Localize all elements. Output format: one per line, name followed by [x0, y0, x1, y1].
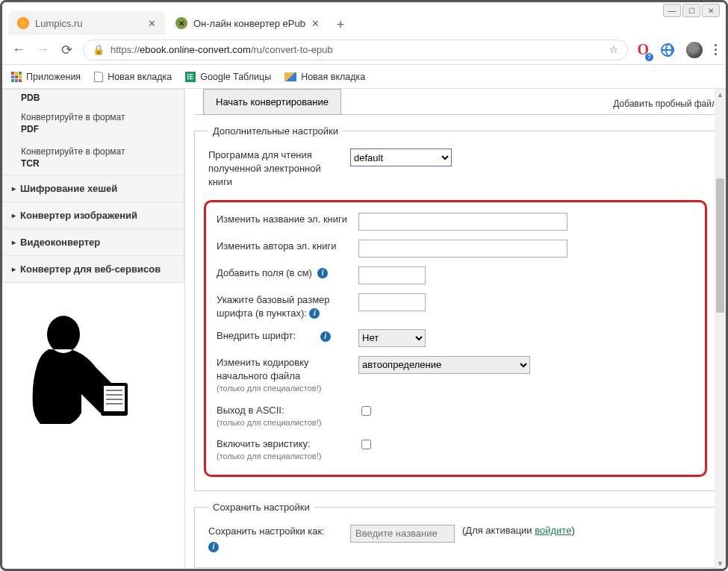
font-size-input[interactable]: [358, 293, 426, 311]
tab-lumpics[interactable]: Lumpics.ru ✕: [8, 11, 165, 35]
action-bar: Начать конвертирование Добавить пробный …: [194, 89, 717, 115]
back-button[interactable]: ←: [11, 42, 26, 57]
title-input[interactable]: [358, 213, 567, 231]
svg-rect-1: [104, 386, 125, 411]
profile-avatar[interactable]: [686, 42, 703, 58]
forward-button[interactable]: →: [35, 42, 50, 57]
encoding-label: Изменить кодировку начального файла (тол…: [217, 356, 351, 395]
url: https://ebook.online-convert.com/ru/conv…: [111, 44, 333, 55]
tab-title: Он-лайн конвертер ePub: [193, 18, 305, 29]
bookmark-item[interactable]: Новая вкладка: [284, 72, 365, 82]
scrollbar-thumb[interactable]: [716, 178, 724, 313]
minimize-button[interactable]: —: [663, 4, 681, 17]
author-label: Изменить автора эл. книги: [217, 240, 351, 253]
browser-window: — ☐ ✕ Lumpics.ru ✕ ✕ Он-лайн конвертер e…: [0, 0, 728, 571]
apps-button[interactable]: Приложения: [11, 72, 81, 82]
row-embed-font: Внедрить шрифт: i Нет: [217, 325, 694, 352]
bookmark-item[interactable]: Новая вкладка: [94, 72, 172, 82]
scroll-down-icon[interactable]: ▼: [715, 558, 726, 569]
tab-strip: Lumpics.ru ✕ ✕ Он-лайн конвертер ePub ✕ …: [2, 2, 726, 35]
heuristic-label: Включить эвристику: (только для специали…: [217, 437, 351, 463]
ascii-label: Выход в ASCII: (только для специалистов!…: [217, 404, 351, 429]
apps-grid-icon: [11, 72, 22, 82]
image-icon: [284, 72, 296, 81]
highlighted-settings: Изменить название эл. книги Изменить авт…: [204, 200, 707, 477]
row-ascii: Выход в ASCII: (только для специалистов!…: [217, 399, 694, 434]
sidebar-item-pdf[interactable]: Конвертируйте в форматPDF: [3, 106, 184, 140]
activation-hint: (Для активации войдите): [462, 525, 575, 536]
encoding-select[interactable]: автоопределение: [358, 356, 530, 374]
heuristic-checkbox[interactable]: [361, 440, 371, 449]
save-name-input[interactable]: [350, 525, 455, 543]
info-icon[interactable]: i: [208, 542, 219, 552]
sidebar-item[interactable]: PDB: [3, 90, 184, 106]
converter-favicon-icon: ✕: [175, 17, 187, 29]
ascii-checkbox[interactable]: [361, 406, 371, 416]
reader-label: Программа для чтения полученной электрон…: [208, 149, 343, 190]
info-icon[interactable]: i: [317, 268, 328, 278]
info-icon[interactable]: i: [320, 331, 331, 342]
main-panel: ▲ ▼ Начать конвертирование Добавить проб…: [185, 89, 726, 569]
toolbar: ← → ⟳ 🔒 https://ebook.online-convert.com…: [2, 35, 726, 65]
bookmarks-bar: Приложения Новая вкладка Google Таблицы …: [2, 65, 726, 89]
reader-select[interactable]: default: [350, 149, 452, 166]
opera-extension-icon[interactable]: O: [637, 41, 649, 58]
row-font-size: Укажите базовый размер шрифта (в пунктах…: [217, 289, 694, 325]
reader-silhouette-image: [11, 301, 138, 428]
star-icon[interactable]: ☆: [609, 44, 618, 55]
page-content: PDB Конвертируйте в форматPDF Конвертиру…: [2, 89, 726, 569]
embed-font-select[interactable]: Нет: [358, 329, 426, 347]
scroll-up-icon[interactable]: ▲: [715, 89, 726, 100]
fieldset-legend: Сохранить настройки: [208, 502, 314, 513]
author-input[interactable]: [358, 240, 567, 258]
close-tab-icon[interactable]: ✕: [148, 18, 156, 29]
bookmark-item[interactable]: Google Таблицы: [185, 72, 271, 82]
font-label: Укажите базовый размер шрифта (в пунктах…: [217, 293, 351, 320]
address-bar[interactable]: 🔒 https://ebook.online-convert.com/ru/co…: [83, 40, 628, 60]
add-trial-file-link[interactable]: Добавить пробный файл: [613, 99, 717, 109]
row-author: Изменить автора эл. книги: [217, 235, 694, 262]
close-window-button[interactable]: ✕: [702, 4, 720, 17]
row-save: Сохранить настройки как: i (Для активаци…: [208, 520, 703, 557]
additional-settings-fieldset: Дополнительные настройки Программа для ч…: [194, 125, 717, 491]
tab-title: Lumpics.ru: [35, 18, 83, 29]
page-icon: [94, 72, 103, 82]
embed-label: Внедрить шрифт: i: [217, 329, 351, 343]
sidebar-expand-web[interactable]: Конвертер для веб-сервисов: [3, 255, 184, 282]
info-icon[interactable]: i: [309, 308, 320, 319]
row-margin: Добавить поля (в см) i: [217, 262, 694, 289]
lumpics-favicon-icon: [17, 17, 29, 29]
row-encoding: Изменить кодировку начального файла (тол…: [217, 352, 694, 399]
menu-button[interactable]: [715, 44, 717, 55]
reload-button[interactable]: ⟳: [59, 42, 74, 58]
sidebar-expand-image[interactable]: Конвертер изображений: [3, 202, 184, 228]
row-title: Изменить название эл. книги: [217, 208, 694, 235]
row-heuristic: Включить эвристику: (только для специали…: [217, 433, 694, 467]
sidebar-item-tcr[interactable]: Конвертируйте в форматTCR: [3, 140, 184, 175]
sidebar: PDB Конвертируйте в форматPDF Конвертиру…: [2, 89, 185, 569]
toolbar-right: O: [637, 41, 717, 58]
sidebar-expand-video[interactable]: Видеоконвертер: [3, 228, 184, 255]
lock-icon: 🔒: [93, 44, 105, 55]
new-tab-button[interactable]: +: [330, 14, 351, 35]
margin-input[interactable]: [358, 266, 426, 284]
maximize-button[interactable]: ☐: [682, 4, 700, 17]
sidebar-expand-hash[interactable]: Шифрование хешей: [3, 175, 184, 202]
sheets-icon: [185, 72, 196, 82]
tab-converter[interactable]: ✕ Он-лайн конвертер ePub ✕: [167, 11, 329, 35]
save-settings-fieldset: Сохранить настройки Сохранить настройки …: [194, 502, 717, 568]
window-controls: — ☐ ✕: [663, 4, 720, 17]
margin-label: Добавить поля (в см) i: [217, 266, 351, 280]
start-convert-button[interactable]: Начать конвертирование: [203, 89, 341, 115]
title-label: Изменить название эл. книги: [217, 213, 351, 226]
translate-icon[interactable]: [661, 43, 674, 57]
fieldset-legend: Дополнительные настройки: [208, 125, 343, 137]
scrollbar[interactable]: ▲ ▼: [715, 89, 726, 569]
login-link[interactable]: войдите: [535, 525, 571, 536]
row-reader: Программа для чтения полученной электрон…: [208, 144, 703, 194]
close-tab-icon[interactable]: ✕: [311, 18, 320, 29]
save-label: Сохранить настройки как: i: [208, 525, 343, 552]
